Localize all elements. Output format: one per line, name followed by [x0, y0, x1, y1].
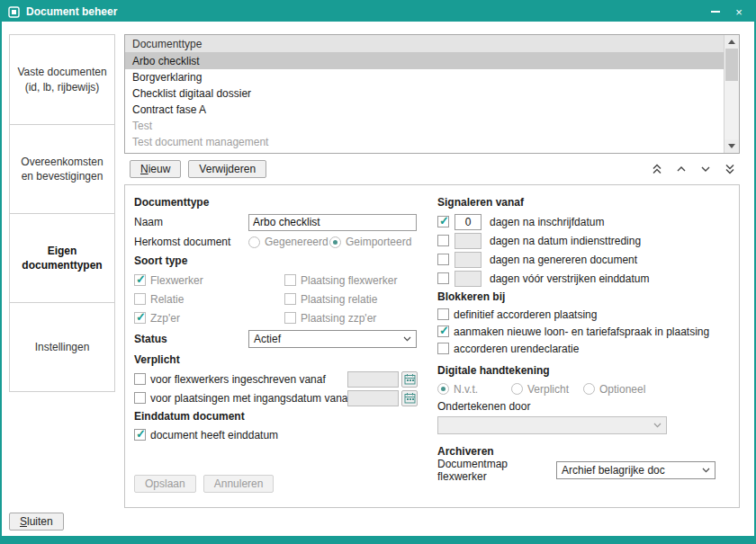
sluiten-button[interactable]: Sluiten — [9, 513, 64, 531]
radio-label: N.v.t. — [454, 383, 478, 396]
soort-type-row: Relatie Plaatsing relatie — [134, 290, 433, 308]
calendar-button[interactable] — [401, 390, 418, 406]
list-scrollbar[interactable] — [724, 35, 739, 153]
close-button[interactable]: × — [727, 2, 751, 22]
sidebar-tabs: Vaste documenten (id, lb, rijbewijs) Ove… — [9, 34, 115, 392]
list-item[interactable]: Test — [125, 118, 724, 134]
annuleren-button[interactable]: Annuleren — [203, 475, 274, 493]
signaleren-checkbox[interactable] — [437, 235, 449, 246]
radio-gegenereerd[interactable]: Gegenereerd — [248, 236, 329, 248]
tab-instellingen[interactable]: Instellingen — [10, 302, 114, 391]
checkbox-definitief-accorderen-plaatsing[interactable]: definitief accorderen plaatsing — [437, 308, 597, 321]
checkbox-label: Plaatsing flexwerker — [301, 274, 397, 287]
ondertekenen-row — [437, 415, 733, 435]
checkbox-icon — [134, 312, 146, 324]
signaleren-checkbox[interactable] — [437, 272, 449, 284]
checkbox-flexwerkers-ingeschreven-vanaf[interactable]: voor flexwerkers ingeschreven vanaf — [134, 373, 347, 386]
scroll-up-button[interactable] — [724, 35, 739, 49]
status-select[interactable]: Actief — [248, 330, 417, 348]
verwijderen-button[interactable]: Verwijderen — [188, 160, 266, 178]
checkbox-label: Relatie — [150, 293, 184, 306]
ondertekenen-select[interactable] — [437, 416, 667, 434]
move-down-button[interactable] — [698, 160, 714, 178]
list-header: Documenttype — [125, 35, 739, 53]
signaleren-days-input — [454, 271, 482, 287]
checkbox-aanmaken-loon-tariefafspraak[interactable]: aanmaken nieuwe loon- en tariefafspraak … — [437, 326, 709, 338]
section-blokkeren-bij: Blokkeren bij — [437, 288, 733, 306]
tab-eigen-documenttypen[interactable]: Eigen documenttypen — [10, 213, 114, 302]
signaleren-days-input[interactable] — [454, 214, 482, 230]
window-title: Document beheer — [26, 5, 704, 18]
radio-label: Optioneel — [599, 383, 645, 396]
radio-nvt[interactable]: N.v.t. — [437, 383, 511, 396]
checkbox-accorderen-urendeclaratie[interactable]: accorderen urendeclaratie — [437, 343, 579, 355]
section-einddatum-document: Einddatum document — [134, 407, 433, 425]
opslaan-button[interactable]: Opslaan — [134, 475, 196, 493]
ondertekenen-door-label: Ondertekenen door — [437, 398, 733, 415]
checkbox-label: document heeft einddatum — [150, 429, 278, 441]
radio-icon — [437, 383, 449, 395]
herkomst-label: Herkomst document — [134, 236, 248, 248]
radio-label: Geimporteerd — [346, 236, 411, 248]
naam-row: Naam — [134, 212, 433, 232]
arrow-up-icon — [728, 40, 735, 44]
list-item[interactable]: Contract fase A — [125, 102, 724, 118]
radio-icon — [511, 383, 523, 395]
double-chevron-up-icon — [652, 164, 662, 174]
checkbox-zzper[interactable]: Zzp'er — [134, 312, 284, 325]
checkbox-icon — [134, 373, 146, 385]
checkbox-icon — [284, 312, 296, 324]
radio-icon — [248, 236, 260, 248]
checkbox-plaatsing-zzper[interactable]: Plaatsing zzp'er — [284, 312, 376, 325]
documentmap-select[interactable]: Archief belagrijke doc — [556, 461, 716, 479]
checkbox-icon — [134, 293, 146, 305]
checkbox-relatie[interactable]: Relatie — [134, 293, 284, 306]
form-right-column: Signaleren vanaf dagen na inschrijfdatum… — [437, 193, 733, 480]
list-item[interactable]: Checklist digitaal dossier — [125, 85, 724, 102]
titlebar[interactable]: Document beheer × — [2, 2, 754, 22]
checkbox-plaatsing-relatie[interactable]: Plaatsing relatie — [284, 293, 377, 306]
checkbox-flexwerker[interactable]: Flexwerker — [134, 274, 284, 287]
documenttype-detail-panel: Documenttype Naam Herkomst document Gege… — [124, 184, 740, 508]
calendar-button[interactable] — [401, 371, 418, 388]
tab-overeenkomsten[interactable]: Overeenkomsten en bevestigingen — [10, 124, 114, 213]
checkbox-icon — [437, 308, 449, 320]
checkbox-label: voor plaatsingen met ingangsdatum vanaf — [150, 392, 351, 405]
checkbox-document-heeft-einddatum[interactable]: document heeft einddatum — [134, 429, 278, 441]
form-left-column: Documenttype Naam Herkomst document Gege… — [134, 193, 433, 444]
section-digitale-handtekening: Digitale handtekening — [437, 361, 733, 379]
document-beheer-window: Document beheer × Vaste documenten (id, … — [0, 0, 756, 544]
move-top-button[interactable] — [649, 160, 665, 178]
signaleren-label: dagen na genereren document — [490, 254, 637, 266]
radio-verplicht[interactable]: Verplicht — [511, 383, 583, 396]
move-up-button[interactable] — [673, 160, 689, 178]
checkbox-icon — [134, 274, 146, 286]
list-item[interactable]: Test document management — [125, 134, 724, 150]
move-bottom-button[interactable] — [722, 160, 738, 178]
scroll-down-button[interactable] — [724, 139, 739, 153]
checkbox-icon — [134, 392, 146, 404]
herkomst-row: Herkomst document Gegenereerd Geimportee… — [134, 232, 433, 252]
scrollbar-thumb[interactable] — [725, 49, 738, 81]
list-item[interactable]: Arbo checklist — [125, 53, 724, 69]
tab-label: Overeenkomsten en bevestigingen — [16, 155, 108, 183]
tab-vaste-documenten[interactable]: Vaste documenten (id, lb, rijbewijs) — [10, 35, 114, 124]
checkbox-plaatsing-flexwerker[interactable]: Plaatsing flexwerker — [284, 274, 397, 287]
radio-geimporteerd[interactable]: Geimporteerd — [329, 236, 411, 248]
signaleren-days-input — [454, 252, 482, 268]
checkbox-plaatsingen-ingangsdatum-vanaf[interactable]: voor plaatsingen met ingangsdatum vanaf — [134, 392, 347, 405]
naam-input[interactable] — [248, 214, 417, 231]
radio-optioneel[interactable]: Optioneel — [583, 383, 645, 396]
form-actions: Opslaan Annuleren — [134, 475, 274, 493]
signaleren-checkbox[interactable] — [437, 216, 449, 227]
checkbox-label: Flexwerker — [150, 274, 203, 287]
list-item[interactable]: Borgverklaring — [125, 69, 724, 85]
signaleren-checkbox[interactable] — [437, 254, 449, 265]
nieuw-button[interactable]: Nieuw — [130, 160, 181, 178]
chevron-down-icon — [702, 468, 710, 473]
chevron-up-icon — [676, 165, 687, 173]
checkbox-label: Plaatsing relatie — [301, 293, 377, 306]
minimize-button[interactable] — [704, 2, 727, 22]
button-label: Nieuw — [140, 163, 170, 175]
tab-label: Instellingen — [35, 340, 90, 354]
